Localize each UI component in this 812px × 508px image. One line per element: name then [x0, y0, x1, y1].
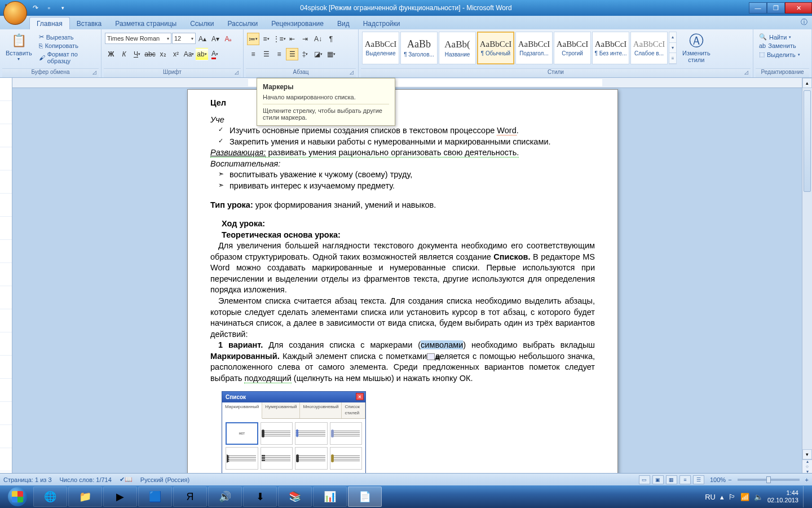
numbering-button[interactable]: ≡▾ — [260, 33, 272, 45]
zoom-slider[interactable] — [738, 479, 800, 481]
tab-addins[interactable]: Надстройки — [356, 17, 407, 29]
dialog-launcher-icon[interactable]: ◿ — [233, 69, 240, 76]
taskbar-ie[interactable]: 🌐 — [33, 487, 67, 507]
scroll-track[interactable] — [802, 88, 812, 449]
style-item[interactable]: AaBbCcI¶ Без инте... — [592, 32, 629, 64]
taskbar-download[interactable]: ⬇ — [243, 487, 277, 507]
align-center-button[interactable]: ☰ — [260, 48, 272, 60]
dialog-launcher-icon[interactable]: ◿ — [348, 69, 355, 76]
align-right-button[interactable]: ≡ — [273, 48, 285, 60]
dialog-launcher-icon[interactable]: ◿ — [743, 69, 749, 76]
highlight-button[interactable]: ab▾ — [196, 48, 208, 60]
underline-button[interactable]: Ч▾ — [131, 48, 143, 60]
view-outline-button[interactable]: ≡ — [679, 475, 691, 484]
taskbar-media[interactable]: ▶ — [103, 487, 137, 507]
tab-page-layout[interactable]: Разметка страницы — [108, 17, 183, 29]
shrink-font-button[interactable]: A▾ — [209, 33, 222, 45]
zoom-thumb[interactable] — [766, 476, 771, 483]
font-name-combo[interactable]: Times New Roman▾ — [105, 33, 171, 44]
font-color-button[interactable]: A▾ — [209, 48, 221, 60]
document-viewport[interactable]: Цел Уче Изучить основные приемы создания… — [12, 78, 802, 473]
gallery-scroll[interactable]: ▴▾≡ — [669, 32, 677, 64]
change-case-button[interactable]: Aa▾ — [183, 48, 195, 60]
tab-insert[interactable]: Вставка — [70, 17, 109, 29]
superscript-button[interactable]: x² — [170, 48, 182, 60]
borders-button[interactable]: ▦▾ — [325, 48, 337, 60]
view-full-screen-button[interactable]: ▣ — [652, 475, 664, 484]
style-item[interactable]: AaBbCcIПодзагол... — [515, 32, 553, 64]
tab-review[interactable]: Рецензирование — [264, 17, 330, 29]
new-doc-icon[interactable]: ▫ — [44, 3, 54, 13]
taskbar-sound[interactable]: 🔊 — [208, 487, 242, 507]
vertical-ruler[interactable] — [0, 78, 12, 473]
taskbar-powerpoint[interactable]: 📊 — [313, 487, 347, 507]
start-button[interactable] — [2, 486, 33, 507]
minimize-button[interactable]: — — [749, 2, 767, 14]
proofing-icon[interactable]: ✔📖 — [120, 476, 133, 483]
scroll-down-icon[interactable]: ▾ — [802, 449, 812, 459]
help-icon[interactable]: ⓘ — [796, 15, 812, 29]
bullets-button[interactable]: ≔▾ — [247, 33, 259, 45]
status-language[interactable]: Русский (Россия) — [140, 476, 189, 483]
decrease-indent-button[interactable]: ⇤ — [286, 33, 298, 45]
subscript-button[interactable]: x₂ — [157, 48, 169, 60]
taskbar-app[interactable]: 🟦 — [138, 487, 172, 507]
style-item[interactable]: AaBbCcIВыделение — [362, 32, 399, 64]
style-item[interactable]: AaBb¶ Заголов... — [400, 32, 438, 64]
zoom-level[interactable]: 100% — [710, 476, 726, 483]
status-words[interactable]: Число слов: 1/714 — [60, 476, 112, 483]
tray-show-hidden-icon[interactable]: ▴ — [720, 493, 724, 501]
status-page[interactable]: Страница: 1 из 3 — [3, 476, 52, 483]
show-desktop-button[interactable] — [803, 486, 807, 507]
style-item[interactable]: AaBb(Название — [439, 32, 476, 64]
shading-button[interactable]: ◪▾ — [312, 48, 324, 60]
tray-clock[interactable]: 1:44 02.10.2013 — [767, 489, 798, 503]
zoom-in-button[interactable]: + — [805, 476, 809, 483]
close-button[interactable]: ✕ — [785, 2, 812, 14]
browse-object[interactable]: ▴○▾ — [802, 459, 812, 473]
replace-button[interactable]: abЗаменить — [757, 42, 798, 50]
view-web-button[interactable]: ▦ — [666, 475, 677, 484]
tray-network-icon[interactable]: 📶 — [740, 493, 749, 501]
show-marks-button[interactable]: ¶ — [325, 33, 337, 45]
taskbar-yandex[interactable]: Я — [173, 487, 207, 507]
tab-mailings[interactable]: Рассылки — [220, 17, 264, 29]
italic-button[interactable]: К — [118, 48, 130, 60]
copy-button[interactable]: ⎘Копировать — [37, 42, 99, 50]
multilevel-button[interactable]: ⋮≡▾ — [273, 33, 285, 45]
tray-flag-icon[interactable]: 🏳 — [729, 493, 736, 501]
paste-button[interactable]: 📋 Вставить ▾ — [2, 30, 36, 63]
smart-tag-icon[interactable]: ▦ — [427, 353, 435, 360]
bold-button[interactable]: Ж — [105, 48, 117, 60]
qat-customize-icon[interactable]: ▾ — [58, 3, 68, 13]
grow-font-button[interactable]: A▴ — [196, 33, 209, 45]
maximize-button[interactable]: ❐ — [767, 2, 785, 14]
font-size-combo[interactable]: 12▾ — [172, 33, 196, 44]
tray-volume-icon[interactable]: 🔈 — [754, 493, 763, 501]
cut-button[interactable]: ✂Вырезать — [37, 33, 99, 41]
vertical-scrollbar[interactable]: ▴ ▾ ▴○▾ — [802, 78, 812, 473]
style-item-selected[interactable]: AaBbCcI¶ Обычный — [477, 32, 514, 64]
view-draft-button[interactable]: ☰ — [693, 475, 704, 484]
scroll-up-icon[interactable]: ▴ — [802, 78, 812, 88]
styles-gallery[interactable]: AaBbCcIВыделение AaBb¶ Заголов... AaBb(Н… — [361, 30, 678, 65]
horizontal-ruler[interactable] — [12, 78, 802, 88]
find-button[interactable]: 🔍Найти▾ — [757, 33, 793, 41]
scroll-thumb[interactable] — [804, 90, 811, 192]
line-spacing-button[interactable]: ‡▾ — [299, 48, 311, 60]
page[interactable]: Цел Уче Изучить основные приемы создания… — [187, 89, 618, 473]
style-item[interactable]: AaBbCcIСтрогий — [554, 32, 591, 64]
taskbar-explorer[interactable]: 📁 — [68, 487, 102, 507]
redo-icon[interactable]: ↷ — [30, 3, 41, 13]
style-item[interactable]: AaBbCcIСлабое в... — [630, 32, 668, 64]
increase-indent-button[interactable]: ⇥ — [299, 33, 311, 45]
change-styles-button[interactable]: Ⓐ Изменить стили — [679, 30, 714, 64]
tray-lang[interactable]: RU — [705, 493, 716, 501]
align-left-button[interactable]: ≡ — [247, 48, 259, 60]
zoom-out-button[interactable]: − — [728, 476, 731, 483]
tab-home[interactable]: Главная — [29, 17, 70, 29]
justify-button[interactable]: ☰ — [286, 48, 298, 60]
clear-formatting-button[interactable]: Aₐ — [222, 33, 235, 45]
tab-view[interactable]: Вид — [330, 17, 356, 29]
view-print-layout-button[interactable]: ▭ — [639, 475, 650, 484]
